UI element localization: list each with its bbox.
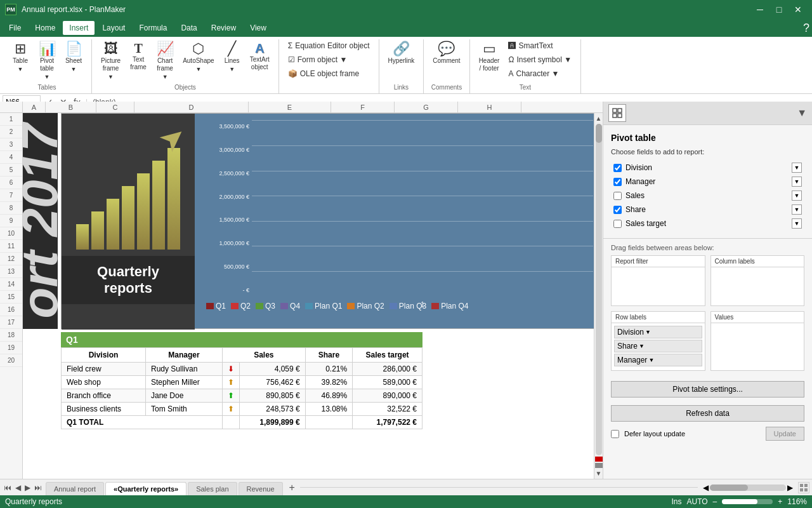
scroll-up-button[interactable]: ▲ [595, 114, 603, 123]
ribbon-group-objects: 🖼 Pictureframe ▼ T Textframe 📈 Chartfram… [92, 39, 279, 93]
pivot-settings-button[interactable]: Pivot table settings... [611, 381, 804, 398]
menu-view[interactable]: View [244, 21, 273, 35]
menu-file[interactable]: File [3, 21, 27, 35]
h-scroll-thumb[interactable] [710, 485, 748, 491]
defer-checkbox[interactable] [611, 430, 619, 438]
share-checkbox[interactable] [613, 206, 622, 214]
scroll-thumb[interactable] [596, 124, 602, 143]
comment-button[interactable]: 💬 Comment [429, 39, 464, 67]
header-footer-button[interactable]: ▭ Header/ footer [475, 39, 504, 75]
row-19: 19 [0, 342, 22, 354]
chart-container[interactable]: ➤ Quarterly reports [61, 113, 600, 329]
menu-insert[interactable]: Insert [63, 21, 95, 35]
table-header-row: Division Manager Sales Share Sales targe… [62, 348, 422, 363]
scroll-down-button[interactable]: ▼ [595, 469, 603, 478]
zoom-plus-icon[interactable]: + [778, 497, 782, 506]
picture-frame-button[interactable]: 🖼 Pictureframe ▼ [97, 39, 124, 83]
new-sheet-icon[interactable] [798, 482, 809, 493]
hyperlink-button[interactable]: 🔗 Hyperlink [384, 39, 419, 67]
add-sheet-button[interactable]: + [284, 479, 300, 496]
equation-editor-button[interactable]: Σ Equation Editor object [284, 39, 374, 52]
col-G: G [395, 102, 458, 112]
smarttext-button[interactable]: 🅰 SmartText [504, 39, 575, 52]
field-sales-target: Sales target ▼ [611, 217, 804, 231]
column-labels-content[interactable] [711, 267, 804, 305]
h-scroll-track[interactable] [710, 485, 786, 491]
menu-home[interactable]: Home [29, 21, 62, 35]
sheet-button[interactable]: 📄 Sheet ▼ [61, 39, 86, 75]
character-button[interactable]: A Character ▼ [504, 67, 575, 80]
form-object-button[interactable]: ☑ Form object ▼ [284, 53, 351, 66]
ribbon-group-comments: 💬 Comment Comments [424, 39, 469, 93]
autoshape-button[interactable]: ⬡ AutoShape ▼ [179, 39, 218, 75]
field-manager: Manager ▼ [611, 175, 804, 189]
chart-frame-button[interactable]: 📈 Chartframe ▼ [152, 39, 178, 83]
help-button[interactable]: ? [803, 22, 809, 35]
row-20: 20 [0, 354, 22, 367]
tab-prev-button[interactable]: ◀ [14, 482, 22, 493]
ole-object-button[interactable]: 📦 OLE object frame [284, 67, 363, 80]
tab-next-button[interactable]: ▶ [23, 482, 32, 493]
row-manager-tag[interactable]: Manager ▼ [614, 354, 702, 366]
vertical-scrollbar[interactable]: ▲ ▼ [594, 113, 603, 479]
insert-symbol-button[interactable]: Ω Insert symbol ▼ [504, 53, 575, 66]
lines-button[interactable]: ╱ Lines ▼ [219, 39, 245, 75]
sheet-sales-plan[interactable]: Sales plan [188, 482, 237, 495]
sales-target-checkbox[interactable] [613, 220, 622, 228]
total-sales-target: 1,797,522 € [353, 416, 422, 429]
row-division-tag[interactable]: Division ▼ [614, 326, 702, 338]
grid-view-icon [612, 108, 622, 118]
row-share-tag[interactable]: Share ▼ [614, 340, 702, 352]
chart-left-panel: ➤ Quarterly reports [62, 114, 195, 330]
tab-last-button[interactable]: ⏭ [33, 482, 43, 493]
sheet-quarterly-reports[interactable]: «Quarterly reports» [105, 482, 187, 495]
row-labels-content[interactable]: Division ▼ Share ▼ Manager ▼ [612, 323, 705, 370]
sheet-revenue[interactable]: Revenue [239, 482, 283, 495]
h-scroll-right[interactable]: ▶ [787, 483, 793, 492]
scroll-track[interactable] [596, 124, 602, 455]
arrow-cell: ⬆ [222, 403, 239, 416]
tab-first-button[interactable]: ⏮ [3, 482, 13, 493]
text-frame-button[interactable]: T Textframe [126, 39, 151, 74]
h-scroll-left[interactable]: ◀ [703, 483, 709, 492]
share-dropdown[interactable]: ▼ [792, 204, 802, 215]
report-filter-content[interactable] [612, 267, 705, 305]
zoom-minus-icon[interactable]: – [713, 497, 717, 506]
table-button[interactable]: ⊞ Table ▼ [8, 39, 33, 75]
ins-mode: Ins [671, 497, 681, 506]
division-dropdown[interactable]: ▼ [792, 163, 802, 173]
menu-formula[interactable]: Formula [133, 21, 173, 35]
field-division: Division ▼ [611, 161, 804, 175]
sheet-annual-report[interactable]: Annual report [46, 482, 104, 495]
horizontal-scrollbar[interactable]: ◀ ▶ [698, 483, 798, 492]
manager-checkbox[interactable] [613, 178, 622, 186]
chart-right-panel: 3,500,000 € 3,000,000 € 2,500,000 € 2,00… [195, 114, 599, 328]
scroll-indicator-grey[interactable] [595, 463, 603, 468]
zoom-slider[interactable] [722, 499, 773, 504]
update-button[interactable]: Update [766, 427, 804, 441]
sales-target-dropdown[interactable]: ▼ [792, 218, 802, 229]
menu-data[interactable]: Data [174, 21, 203, 35]
share-cell: 0.21% [305, 363, 352, 376]
manager-dropdown[interactable]: ▼ [792, 177, 802, 187]
division-cell: Field crew [62, 363, 146, 376]
pivot-view-button[interactable] [608, 104, 626, 122]
textart-button[interactable]: A TextArtobject [246, 39, 273, 74]
maximize-button[interactable]: □ [770, 1, 788, 18]
refresh-data-button[interactable]: Refresh data [611, 405, 804, 422]
menu-layout[interactable]: Layout [96, 21, 131, 35]
panel-expand-button[interactable]: ▼ [797, 107, 807, 119]
sales-checkbox[interactable] [613, 192, 622, 200]
sales-cell: 890,805 € [239, 389, 305, 403]
sales-dropdown[interactable]: ▼ [792, 190, 802, 201]
values-content[interactable] [711, 323, 804, 370]
scroll-indicator-red[interactable] [595, 457, 603, 462]
close-button[interactable]: ✕ [789, 1, 807, 18]
total-label: Q1 TOTAL [62, 416, 223, 429]
row-7: 7 [0, 189, 22, 202]
minimize-button[interactable]: ─ [751, 1, 769, 18]
menu-review[interactable]: Review [205, 21, 242, 35]
pivot-table-button[interactable]: 📊 Pivottable ▼ [34, 39, 60, 83]
grid[interactable]: ort 2017 ➤ [23, 113, 603, 479]
division-checkbox[interactable] [613, 164, 622, 172]
